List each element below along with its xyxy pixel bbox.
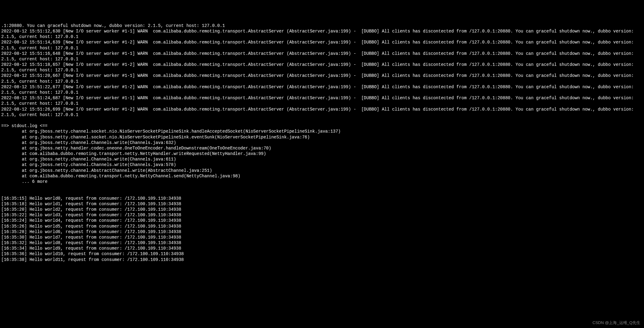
log-line: 2022-08-12 15:51:18,657 [New I/O server … [1, 62, 643, 73]
log-line: [16:35:26] Hello world5, request from co… [1, 224, 643, 229]
log-line [1, 184, 643, 190]
log-line: at com.alibaba.dubbo.remoting.transport.… [1, 151, 643, 156]
log-line: 2022-08-12 15:51:20,667 [New I/O server … [1, 73, 643, 84]
log-line: ==> stdout.log <== [1, 123, 643, 129]
log-line: [16:35:22] Hello world3, request from co… [1, 212, 643, 218]
log-line: 2022-08-12 15:51:26,699 [New I/O server … [1, 107, 643, 118]
log-line: at org.jboss.netty.channel.socket.nio.Ni… [1, 129, 643, 134]
log-line: [16:35:38] Hello world11, request from c… [1, 257, 643, 262]
terminal-output[interactable]: .1:20880. You can graceful shutdown now.… [0, 22, 644, 263]
log-line: 2022-08-12 15:51:22,677 [New I/O server … [1, 84, 643, 95]
log-line: [16:35:28] Hello world6, request from co… [1, 229, 643, 235]
log-line: at org.jboss.netty.channel.AbstractChann… [1, 168, 643, 173]
log-line: at org.jboss.netty.channel.socket.nio.Ni… [1, 134, 643, 140]
log-line: at org.jboss.netty.handler.codec.oneone.… [1, 145, 643, 151]
log-line: [16:35:34] Hello world9, request from co… [1, 246, 643, 251]
log-line: [16:35:32] Hello world8, request from co… [1, 240, 643, 246]
log-line: at com.alibaba.dubbo.remoting.transport.… [1, 173, 643, 179]
log-line: at org.jboss.netty.channel.Channels.writ… [1, 140, 643, 145]
log-line: [16:35:24] Hello world4, request from co… [1, 218, 643, 223]
watermark-text: CSDN @上海_运维_Q先生 [593, 320, 640, 326]
log-line [1, 190, 643, 195]
log-line: 2022-08-12 15:51:12,630 [New I/O server … [1, 28, 643, 40]
log-line: [16:35:20] Hello world2, request from co… [1, 207, 643, 212]
log-line: 2022-08-12 15:51:14,639 [New I/O server … [1, 40, 643, 51]
log-line: [16:35:36] Hello world10, request from c… [1, 251, 643, 257]
log-line: [16:35:15] Hello world0, request from co… [1, 196, 643, 201]
log-line: [16:35:30] Hello world7, request from co… [1, 235, 643, 240]
log-line: 2022-08-12 15:51:16,648 [New I/O server … [1, 51, 643, 62]
log-line: 2022-08-12 15:51:24,687 [New I/O server … [1, 95, 643, 106]
log-line: at org.jboss.netty.channel.Channels.writ… [1, 162, 643, 168]
log-line: .1:20880. You can graceful shutdown now.… [1, 23, 643, 28]
log-line [1, 118, 643, 123]
log-line: [16:35:18] Hello world1, request from co… [1, 201, 643, 207]
log-line: at org.jboss.netty.channel.Channels.writ… [1, 156, 643, 162]
log-line: ... 6 more [1, 179, 643, 184]
